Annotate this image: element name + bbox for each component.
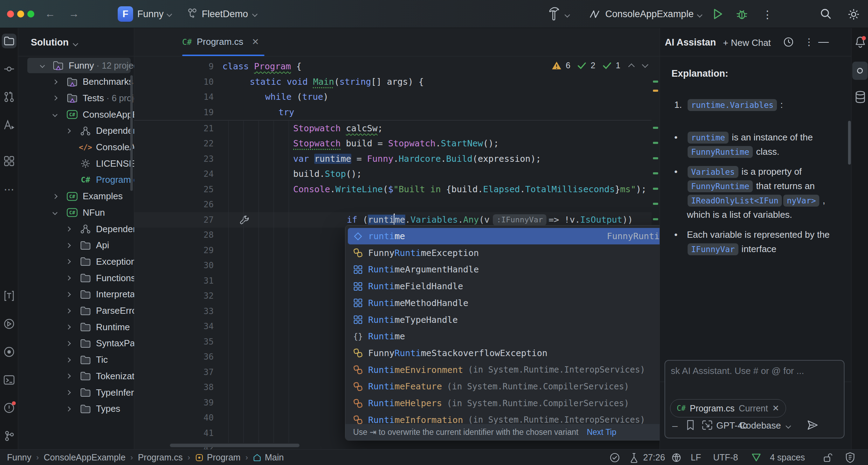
chevron-right-icon[interactable]: [66, 259, 71, 264]
completion-item-runtime[interactable]: runtimeFunnyRuntime: [348, 228, 676, 244]
line-number[interactable]: 40: [134, 410, 214, 425]
chevron-right-icon[interactable]: [66, 407, 71, 411]
more-tools-icon[interactable]: ⋯: [2, 182, 16, 196]
forward-icon[interactable]: →: [69, 8, 79, 20]
chevron-right-icon[interactable]: [53, 96, 57, 100]
tree-item-types[interactable]: Types: [18, 401, 134, 417]
line-number[interactable]: 10: [134, 74, 214, 90]
git-branch-icon[interactable]: [2, 429, 16, 443]
breadcrumb-item[interactable]: Funny: [7, 452, 31, 463]
stripe-ok-mark[interactable]: [653, 81, 658, 83]
quick-fix-wrench-icon[interactable]: [239, 215, 250, 225]
stripe-ok-mark[interactable]: [653, 142, 658, 144]
tree-item-license[interactable]: LICENSE: [18, 155, 134, 172]
debug-button[interactable]: [736, 8, 748, 20]
tree-item-dependencies[interactable]: Dependencies: [18, 221, 134, 237]
ai-assistant-icon[interactable]: [852, 62, 868, 80]
smart-mode-icon[interactable]: [751, 450, 762, 465]
chevron-right-icon[interactable]: [66, 390, 71, 395]
completion-item-runtimemethodhandle[interactable]: RuntimeMethodHandle: [348, 295, 676, 311]
line-number[interactable]: 24: [134, 166, 214, 182]
attach-image-icon[interactable]: [702, 419, 713, 431]
close-window-button[interactable]: [7, 11, 14, 18]
completion-item-runtimehelpers[interactable]: RuntimeHelpers(in System.Runtime.Compile…: [348, 395, 676, 411]
database-icon[interactable]: [854, 90, 866, 104]
completion-item-runtimeargumenthandle[interactable]: RuntimeArgumentHandle: [348, 261, 676, 278]
more-actions-icon[interactable]: ⋮: [762, 8, 773, 21]
bookmark-icon[interactable]: [686, 419, 696, 431]
chevron-right-icon[interactable]: [66, 276, 71, 280]
tree-item-exceptions[interactable]: Exceptions: [18, 254, 134, 270]
line-number[interactable]: 28: [134, 227, 214, 243]
chevron-right-icon[interactable]: [53, 79, 57, 84]
line-number[interactable]: 9: [134, 59, 214, 74]
chevron-right-icon[interactable]: [66, 129, 71, 133]
no-problems-icon[interactable]: [609, 450, 620, 465]
remove-chip-icon[interactable]: ✕: [772, 403, 779, 413]
stripe-ok-mark[interactable]: [653, 157, 658, 159]
tree-item-tic[interactable]: Tic: [18, 352, 134, 368]
line-number[interactable]: 14: [134, 89, 214, 105]
settings-gear-icon[interactable]: [847, 8, 860, 21]
chevron-right-icon[interactable]: [53, 194, 57, 199]
line-number[interactable]: 30: [134, 258, 214, 273]
tree-item-tests[interactable]: Tests · 6 projects: [18, 90, 134, 106]
line-number[interactable]: 19: [134, 105, 214, 120]
completion-item-runtimefieldhandle[interactable]: RuntimeFieldHandle: [348, 278, 676, 294]
tree-item-benchmarks[interactable]: Benchmarks · 3 projects: [18, 74, 134, 90]
context-file-chip[interactable]: C# Program.cs Current ✕: [670, 399, 786, 417]
chevron-down-icon[interactable]: [53, 112, 57, 117]
commits-icon[interactable]: [2, 62, 16, 76]
line-number[interactable]: 25: [134, 182, 214, 197]
minimize-panel-icon[interactable]: —: [818, 36, 829, 48]
terminal-icon[interactable]: [2, 373, 16, 387]
chevron-right-icon[interactable]: [66, 308, 71, 313]
tree-item-examples[interactable]: C#Examples: [18, 188, 134, 204]
breadcrumb-item[interactable]: Program: [207, 452, 241, 463]
build-hammer-icon[interactable]: [547, 6, 560, 21]
pull-requests-icon[interactable]: [2, 90, 16, 104]
branch-switcher[interactable]: FleetDemo: [202, 9, 248, 20]
indent-setting[interactable]: 4 spaces: [770, 450, 805, 465]
chevron-right-icon[interactable]: [66, 243, 71, 248]
line-ending[interactable]: LF: [691, 450, 701, 465]
line-number[interactable]: 41: [134, 425, 214, 441]
minimize-window-button[interactable]: [17, 11, 24, 18]
line-number[interactable]: 36: [134, 349, 214, 365]
next-problem-icon[interactable]: [642, 61, 648, 68]
breadcrumb-item[interactable]: Main: [265, 452, 284, 463]
line-number[interactable]: 22: [134, 136, 214, 151]
completion-item-runtimefeature[interactable]: RuntimeFeature(in System.Runtime.Compile…: [348, 378, 676, 395]
solution-scrollbar[interactable]: [130, 75, 133, 191]
chevron-right-icon[interactable]: [66, 325, 71, 329]
collapse-icon[interactable]: –: [672, 420, 678, 431]
line-number[interactable]: 23: [134, 151, 214, 167]
line-number[interactable]: 33: [134, 304, 214, 319]
shield-icon[interactable]: [845, 450, 855, 465]
chevron-down-icon[interactable]: [74, 41, 77, 47]
tab-program-cs[interactable]: C# Program.cs ✕: [182, 28, 259, 56]
coverage-icon[interactable]: [2, 345, 16, 359]
chevron-right-icon[interactable]: [66, 292, 71, 297]
tree-item-consoleappexample-csproj-d[interactable]: </>ConsoleAppExample.csproj.D: [18, 139, 134, 155]
todo-icon[interactable]: [2, 289, 16, 303]
next-tip-link[interactable]: Next Tip: [587, 428, 616, 437]
prev-problem-icon[interactable]: [628, 63, 634, 70]
chevron-right-icon[interactable]: [66, 341, 71, 346]
run-config-selector[interactable]: ConsoleAppExample: [605, 9, 694, 20]
completion-item-runtimetypehandle[interactable]: RuntimeTypeHandle: [348, 312, 676, 328]
line-number[interactable]: 26: [134, 197, 214, 212]
tree-item-functions[interactable]: Functions: [18, 270, 134, 286]
problems-icon[interactable]: [2, 401, 16, 415]
encoding[interactable]: UTF-8: [713, 450, 738, 465]
completion-item-funnyruntimeexception[interactable]: FunnyRuntimeException: [348, 245, 676, 261]
tree-item-typeinferenceadapter[interactable]: TypeInferenceAdapter: [18, 384, 134, 401]
close-icon[interactable]: ✕: [252, 37, 259, 47]
completion-item-funnyruntimestackoverflowexception[interactable]: FunnyRuntimeStackoverflowException: [348, 345, 676, 361]
context-selector[interactable]: Codebase: [739, 420, 781, 431]
back-icon[interactable]: ←: [45, 8, 55, 20]
stripe-ok-mark[interactable]: [653, 127, 658, 129]
tree-item-tokenization[interactable]: Tokenization: [18, 368, 134, 384]
analysis-icon[interactable]: [2, 118, 16, 132]
stripe-ok-mark[interactable]: [653, 203, 658, 205]
